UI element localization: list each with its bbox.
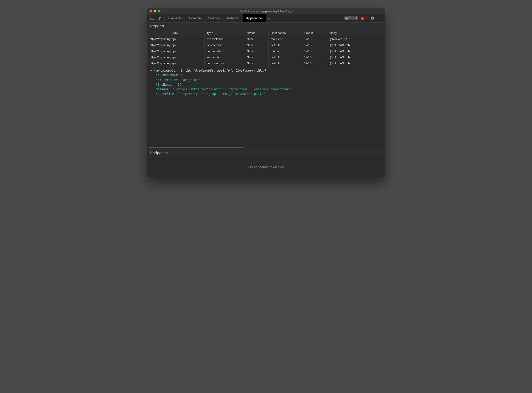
table-cell: https://reporting-api… bbox=[147, 42, 205, 48]
endpoints-empty: No endpoints to display bbox=[147, 157, 385, 177]
svg-point-5 bbox=[380, 19, 381, 20]
devtools-window: DevTools - reporting-api-demo.glitch.me/… bbox=[147, 8, 385, 177]
toolbar-left bbox=[147, 14, 165, 22]
table-cell: intervention bbox=[204, 54, 245, 60]
table-cell: default bbox=[268, 60, 302, 66]
triangle-down-icon[interactable]: ▼ bbox=[150, 69, 152, 72]
table-cell: Succ… bbox=[245, 54, 269, 60]
main-panel: Reports URL Type Status Destination Time… bbox=[147, 23, 385, 177]
toolbar-right: ✕ 2 ▲ 1 ✕ 1 bbox=[344, 14, 385, 22]
panel-tabs: Elements Console Sources Network Applica… bbox=[165, 14, 272, 22]
table-cell: Succ… bbox=[245, 42, 269, 48]
detail-row: message: "'window.webkitStorageInfo' is … bbox=[150, 87, 382, 92]
table-cell: 07/10/… bbox=[302, 54, 328, 60]
window-controls bbox=[147, 10, 160, 12]
detail-row: columnNumber: 8 bbox=[150, 73, 382, 78]
warning-count: 1 bbox=[356, 17, 357, 20]
table-cell: {"columnNumb… bbox=[328, 48, 385, 54]
tab-overflow[interactable]: » bbox=[266, 14, 272, 22]
detail-row: sourceFile: "https://reporting-api-demo.… bbox=[150, 92, 382, 96]
error-count: 2 bbox=[349, 17, 351, 20]
maximize-icon[interactable] bbox=[158, 10, 160, 12]
table-cell: main-end… bbox=[268, 36, 302, 42]
error-icon: ✕ bbox=[345, 17, 348, 20]
col-timestamp[interactable]: Timest… bbox=[302, 30, 328, 36]
table-header-row: URL Type Status Destination Timest… Body bbox=[147, 30, 385, 36]
table-cell: {"columnNumb… bbox=[328, 54, 385, 60]
table-cell: csp-violation bbox=[204, 36, 245, 42]
table-cell: document-po… bbox=[204, 48, 245, 54]
issues-counter[interactable]: ✕ 2 ▲ 1 bbox=[344, 16, 358, 20]
kebab-menu-icon[interactable] bbox=[377, 15, 383, 22]
svg-point-4 bbox=[380, 18, 381, 19]
table-cell: 07/10/… bbox=[302, 60, 328, 66]
table-cell: {"columnNumb… bbox=[328, 42, 385, 48]
table-cell: permissions-… bbox=[204, 60, 245, 66]
table-cell: https://reporting-api… bbox=[147, 60, 205, 66]
object-header[interactable]: ▼{columnNumber: 8, id: "PrefixedStorageI… bbox=[150, 68, 382, 73]
violation-count: 1 bbox=[365, 17, 367, 20]
table-cell: 07/10/… bbox=[302, 36, 328, 42]
table-cell: 07/10/… bbox=[302, 42, 328, 48]
reports-title: Reports bbox=[147, 23, 385, 30]
element-picker-icon[interactable] bbox=[149, 15, 155, 22]
col-type[interactable]: Type bbox=[204, 30, 245, 36]
tab-network[interactable]: Network bbox=[224, 14, 243, 22]
violation-icon: ✕ bbox=[361, 17, 364, 20]
table-cell: 07/10/… bbox=[302, 48, 328, 54]
device-toolbar-icon[interactable] bbox=[156, 15, 163, 22]
table-row[interactable]: https://reporting-api…document-po…Succ…m… bbox=[147, 48, 385, 54]
tab-elements[interactable]: Elements bbox=[165, 14, 185, 22]
table-cell: Succ… bbox=[245, 36, 269, 42]
warning-icon: ▲ bbox=[351, 17, 355, 20]
table-cell: https://reporting-api… bbox=[147, 48, 205, 54]
endpoints-title: Endpoints bbox=[147, 149, 385, 157]
table-cell: {"columnNumb… bbox=[328, 60, 385, 66]
svg-rect-0 bbox=[150, 17, 153, 19]
minimize-icon[interactable] bbox=[154, 10, 156, 12]
table-cell: https://reporting-api… bbox=[147, 36, 205, 42]
toolbar: Elements Console Sources Network Applica… bbox=[147, 14, 385, 23]
svg-rect-1 bbox=[158, 17, 160, 20]
horizontal-scrollbar[interactable] bbox=[147, 146, 385, 149]
table-cell: default bbox=[268, 54, 302, 60]
content: IndexedDB Web SQL ▶ Cookies Trust Tokens… bbox=[147, 23, 385, 177]
table-cell: main-end… bbox=[268, 48, 302, 54]
table-row[interactable]: https://reporting-api…csp-violationSucc…… bbox=[147, 36, 385, 42]
table-cell: default bbox=[268, 42, 302, 48]
gear-icon[interactable] bbox=[369, 15, 376, 22]
tab-application[interactable]: Application bbox=[243, 14, 266, 22]
reports-table: URL Type Status Destination Timest… Body… bbox=[147, 30, 385, 66]
detail-row: id: "PrefixedStorageInfo" bbox=[150, 78, 382, 82]
table-cell: https://reporting-api… bbox=[147, 54, 205, 60]
table-row[interactable]: https://reporting-api…permissions-…Succ…… bbox=[147, 60, 385, 66]
col-status[interactable]: Status bbox=[245, 30, 269, 36]
col-url[interactable]: URL bbox=[147, 30, 205, 36]
table-cell: Succ… bbox=[245, 60, 269, 66]
violations-counter[interactable]: ✕ 1 bbox=[360, 16, 368, 20]
col-body[interactable]: Body bbox=[328, 30, 385, 36]
table-row[interactable]: https://reporting-api…deprecationSucc…de… bbox=[147, 42, 385, 48]
table-cell: Succ… bbox=[245, 48, 269, 54]
table-row[interactable]: https://reporting-api…interventionSucc…d… bbox=[147, 54, 385, 60]
report-detail[interactable]: ▼{columnNumber: 8, id: "PrefixedStorageI… bbox=[147, 66, 385, 146]
window-title: DevTools - reporting-api-demo.glitch.me/… bbox=[147, 10, 385, 13]
tab-console[interactable]: Console bbox=[185, 14, 205, 22]
close-icon[interactable] bbox=[150, 10, 152, 12]
table-cell: {"blockedURL":… bbox=[328, 36, 385, 42]
svg-point-3 bbox=[380, 17, 381, 18]
table-cell: deprecation bbox=[204, 42, 245, 48]
col-destination[interactable]: Destination bbox=[268, 30, 302, 36]
titlebar: DevTools - reporting-api-demo.glitch.me/… bbox=[147, 8, 385, 14]
tab-sources[interactable]: Sources bbox=[204, 14, 224, 22]
detail-row: lineNumber: 19 bbox=[150, 82, 382, 87]
